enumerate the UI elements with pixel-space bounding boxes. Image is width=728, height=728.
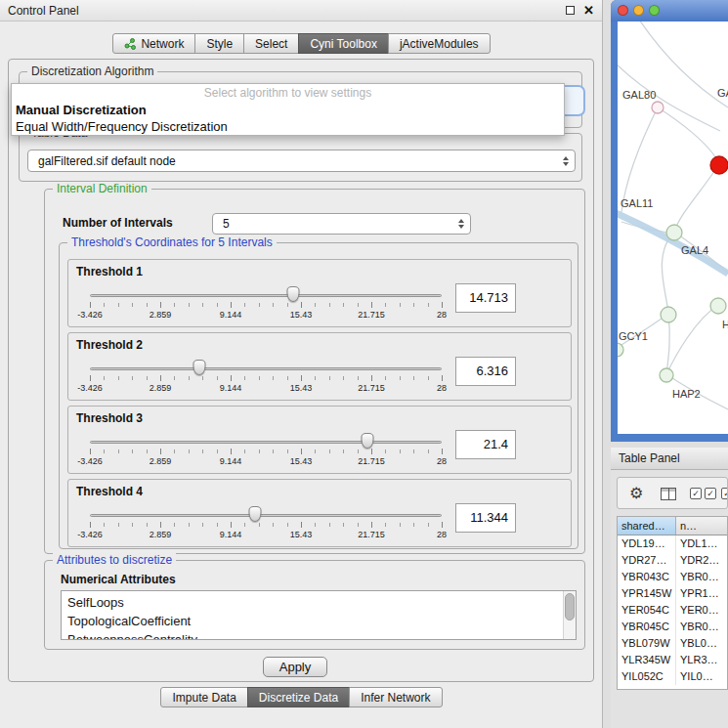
network-window-titlebar[interactable] — [611, 0, 728, 21]
table-row[interactable]: YBL079WYBL0… — [618, 635, 727, 652]
network-node-red[interactable] — [710, 156, 728, 174]
screen: Control Panel ✕ Network Style Select Cyn… — [0, 0, 728, 728]
checkbox-icon[interactable]: ✓ — [690, 488, 702, 499]
scrollbar[interactable] — [563, 591, 576, 639]
group-title: Attributes to discretize — [53, 553, 176, 567]
float-window-icon[interactable] — [566, 6, 575, 15]
numerical-attributes-label: Numerical Attributes — [61, 573, 176, 586]
threshold-slider[interactable]: -3.4262.8599.14415.4321.71528 — [90, 359, 442, 398]
scale-label: 15.43 — [290, 530, 313, 539]
table-data-combobox[interactable]: galFiltered.sif default node — [27, 150, 576, 172]
tab-style[interactable]: Style — [194, 33, 244, 54]
tab-label: jActiveModules — [400, 37, 479, 51]
zoom-traffic-light[interactable] — [649, 5, 660, 16]
node-label-gcy1: GCY1 — [619, 330, 648, 342]
table-row[interactable]: YDR27…YDR2… — [618, 552, 727, 569]
close-icon[interactable]: ✕ — [583, 0, 594, 21]
threshold-value-field[interactable]: 21.4 — [455, 430, 516, 459]
network-canvas[interactable]: GAL80 GA GAL11 GAL4 GCY1 H HAP2 — [618, 21, 728, 434]
table-row[interactable]: YPR145WYPR1… — [618, 585, 727, 602]
numerical-attribute-item[interactable]: TopologicalCoefficient — [62, 612, 576, 630]
number-of-intervals-combobox[interactable]: 5 — [212, 213, 471, 235]
slider-thumb[interactable] — [249, 506, 262, 522]
dropdown-option-equal-width-frequency[interactable]: Equal Width/Frequency Discretization — [12, 118, 564, 135]
table-row[interactable]: YER054CYER0… — [618, 602, 727, 619]
tab-network[interactable]: Network — [112, 33, 195, 54]
control-panel-titlebar[interactable]: Control Panel ✕ — [0, 0, 602, 21]
slider-thumb[interactable] — [286, 286, 299, 302]
combobox-value: galFiltered.sif default node — [38, 150, 176, 173]
thick-edge[interactable] — [618, 213, 728, 274]
numerical-attribute-item[interactable]: SelfLoops — [62, 591, 576, 612]
slider-track[interactable] — [90, 441, 442, 444]
scale-label: 21.715 — [358, 456, 385, 466]
node-label-gal11: GAL11 — [621, 197, 653, 209]
gear-icon[interactable]: ⚙ — [629, 485, 643, 502]
table-cell: YDL19… — [618, 535, 676, 552]
dropdown-option-manual-discretization[interactable]: Manual Discretization — [12, 102, 564, 118]
column-header-shared-name[interactable]: shared… — [618, 517, 676, 535]
tab-discretize-data[interactable]: Discretize Data — [247, 687, 350, 707]
scale-label: 28 — [437, 530, 447, 539]
tab-select[interactable]: Select — [243, 33, 299, 54]
slider-thumb[interactable] — [193, 360, 205, 375]
numerical-attributes-list[interactable]: SelfLoopsTopologicalCoefficientBetweenne… — [61, 590, 577, 640]
network-node[interactable] — [661, 307, 676, 322]
close-traffic-light[interactable] — [618, 5, 628, 16]
apply-button[interactable]: Apply — [263, 657, 327, 677]
table-cell: YER054C — [618, 602, 676, 619]
slider-track[interactable] — [90, 514, 442, 517]
threshold-slider[interactable]: -3.4262.8599.14415.4321.71528 — [90, 432, 442, 471]
table-row[interactable]: YLR345WYLR3… — [618, 652, 727, 668]
network-node[interactable] — [666, 225, 682, 240]
table-cell: YBR0… — [676, 569, 727, 585]
network-node[interactable] — [660, 368, 673, 382]
network-node[interactable] — [618, 343, 623, 357]
slider-minor-ticks — [90, 450, 442, 453]
scale-label: 15.43 — [290, 383, 313, 393]
table-row[interactable]: YBR045CYBR0… — [618, 619, 727, 635]
table-cell: YLR3… — [676, 652, 727, 668]
control-panel-tabbar: Network Style Select Cyni Toolbox jActiv… — [0, 33, 603, 54]
scrollbar-thumb[interactable] — [565, 593, 575, 621]
threshold-slider[interactable]: -3.4262.8599.14415.4321.71528 — [90, 505, 442, 544]
table-panel-titlebar[interactable]: Table Panel — [611, 448, 728, 470]
threshold-label: Threshold 2 — [76, 338, 143, 352]
threshold-panel-1: Threshold 1 -3.4262.8599.14415.4321.7152… — [67, 259, 572, 327]
tab-cyni-toolbox[interactable]: Cyni Toolbox — [298, 33, 388, 54]
table-cell: YDR2… — [676, 552, 727, 569]
checkbox-icon[interactable]: ✓ — [705, 488, 716, 499]
scale-label: 9.144 — [220, 383, 242, 393]
column-header-name[interactable]: n… — [676, 517, 727, 535]
slider-track[interactable] — [90, 367, 442, 370]
thresholds-group: Threshold's Coordinates for 5 Intervals … — [59, 242, 578, 549]
table-cell: YDL1… — [676, 535, 727, 552]
tab-jactivemodules[interactable]: jActiveModules — [388, 33, 491, 54]
tab-infer-network[interactable]: Infer Network — [349, 687, 442, 707]
threshold-value-field[interactable]: 11.344 — [455, 503, 516, 533]
minimize-traffic-light[interactable] — [633, 5, 644, 16]
cyni-toolbox-panel: Discretization Algorithm Select algorith… — [8, 59, 594, 682]
table-toolbar: ⚙ ✓ ✓ ✓ — [617, 477, 728, 509]
network-icon — [124, 38, 136, 50]
table-header-row: shared… n… — [618, 517, 727, 535]
tab-impute-data[interactable]: Impute Data — [160, 687, 247, 707]
table-row[interactable]: YBR043CYBR0… — [618, 569, 727, 585]
scale-label: 2.859 — [150, 383, 172, 393]
table-row[interactable]: YIL052CYIL0… — [618, 668, 727, 685]
slider-thumb[interactable] — [362, 433, 374, 449]
network-node[interactable] — [710, 298, 726, 314]
group-title: Interval Definition — [53, 182, 151, 195]
threshold-slider[interactable]: -3.4262.8599.14415.4321.71528 — [90, 285, 442, 324]
numerical-attribute-item[interactable]: BetweennessCentrality — [62, 630, 576, 640]
table-row[interactable]: YDL19…YDL1… — [618, 535, 727, 552]
threshold-value-field[interactable]: 14.713 — [455, 283, 516, 313]
threshold-value-field[interactable]: 6.316 — [455, 357, 516, 386]
network-node[interactable] — [652, 102, 664, 113]
group-title: Discretization Algorithm — [27, 64, 157, 78]
checkbox-icon[interactable]: ✓ — [721, 488, 728, 499]
slider-track[interactable] — [90, 294, 442, 297]
table-cell: YPR145W — [618, 585, 676, 602]
scale-label: 15.43 — [290, 310, 313, 320]
columns-icon[interactable] — [661, 488, 676, 500]
